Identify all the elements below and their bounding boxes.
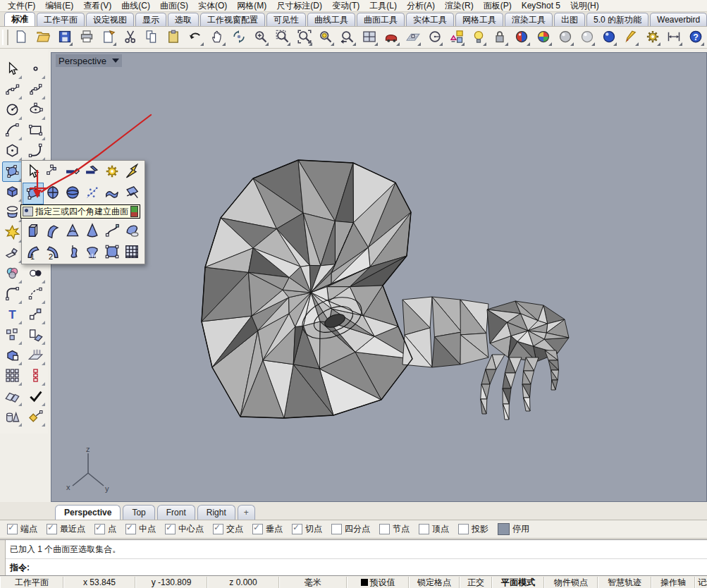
- menu-3[interactable]: 查看(V): [78, 0, 116, 11]
- rotate-view-button[interactable]: [230, 27, 249, 47]
- surface-corner-points-button[interactable]: [2, 161, 23, 182]
- circle-center-button[interactable]: [425, 27, 444, 47]
- named-views-button[interactable]: [382, 27, 401, 47]
- export-selected-button[interactable]: [99, 27, 118, 47]
- viewport-perspective[interactable]: Perspective z x y: [51, 52, 707, 502]
- ghosted-viewport-button[interactable]: [578, 27, 597, 47]
- grips-button[interactable]: [43, 162, 63, 183]
- render-preview-button[interactable]: [534, 27, 553, 47]
- blend-corner-button[interactable]: [25, 141, 46, 161]
- flash-button[interactable]: [122, 162, 142, 183]
- orient-on-surface-button[interactable]: [25, 407, 46, 427]
- text-button[interactable]: T: [2, 305, 23, 325]
- menu-4[interactable]: 曲线(C): [116, 0, 155, 11]
- shaded-viewport-button[interactable]: [556, 27, 575, 47]
- arc-dashed-button[interactable]: [25, 284, 46, 305]
- plane-through-points-button[interactable]: [102, 243, 122, 263]
- menu-1[interactable]: 文件(F): [3, 0, 40, 11]
- toolbar-tab-8[interactable]: 曲线工具: [307, 13, 355, 26]
- rectangle-button[interactable]: [25, 121, 46, 141]
- menu-15[interactable]: 说明(H): [565, 0, 604, 11]
- toolbar-tab-15[interactable]: Weaverbird: [650, 13, 707, 26]
- extrude-straight-button[interactable]: [23, 221, 43, 242]
- pointer-button[interactable]: [2, 59, 23, 80]
- fillet-curve-button[interactable]: [2, 284, 23, 305]
- explode-star-button[interactable]: [2, 223, 23, 243]
- array-linked-button[interactable]: [25, 366, 46, 386]
- copy-to-plane-button[interactable]: [25, 325, 46, 345]
- drape-holes-button[interactable]: [25, 345, 46, 366]
- viewport-tab-front[interactable]: Front: [157, 505, 195, 520]
- status-8[interactable]: 正交: [460, 577, 492, 588]
- toolbar-tab-3[interactable]: 设定视图: [86, 13, 134, 26]
- menu-8[interactable]: 尺寸标注(D): [271, 0, 327, 11]
- surface-revolve-button[interactable]: [2, 202, 23, 223]
- control-point-curve-button[interactable]: [2, 80, 23, 100]
- layer-manager-button[interactable]: [447, 27, 466, 47]
- menu-11[interactable]: 分析(A): [402, 0, 440, 11]
- status-10[interactable]: 物件锁点: [544, 577, 598, 588]
- new-file-button[interactable]: [12, 27, 31, 47]
- menu-9[interactable]: 变动(T): [327, 0, 364, 11]
- boolean-box-button[interactable]: [2, 345, 23, 366]
- status-11[interactable]: 智慧轨迹: [598, 577, 651, 588]
- four-viewports-button[interactable]: [360, 27, 379, 47]
- point-button[interactable]: [25, 59, 46, 80]
- render-button[interactable]: [512, 27, 531, 47]
- menu-13[interactable]: 面板(P): [479, 0, 517, 11]
- help-button[interactable]: ?: [687, 27, 706, 47]
- menu-12[interactable]: 渲染(R): [440, 0, 479, 11]
- command-gutter[interactable]: [0, 540, 6, 575]
- ellipse-button[interactable]: [25, 100, 46, 121]
- toolbar-tab-12[interactable]: 渲染工具: [505, 13, 553, 26]
- toolbar-tab-13[interactable]: 出图: [554, 13, 585, 26]
- planes-button[interactable]: [2, 386, 23, 407]
- osnap-checkbox-7[interactable]: [252, 524, 263, 534]
- menu-5[interactable]: 曲面(S): [155, 0, 193, 11]
- copy-button[interactable]: [142, 27, 161, 47]
- blocks-button[interactable]: [2, 325, 23, 345]
- surface-corner-points-button[interactable]: [23, 183, 43, 204]
- menu-10[interactable]: 工具(L): [364, 0, 402, 11]
- rail-revolve-button[interactable]: [82, 243, 102, 263]
- drape-button[interactable]: [122, 221, 142, 242]
- osnap-checkbox-12[interactable]: [458, 524, 469, 534]
- osnap-checkbox-6[interactable]: [213, 524, 223, 534]
- array-grid-button[interactable]: [2, 366, 23, 386]
- dimension-button[interactable]: [665, 27, 684, 47]
- zoom-window-button[interactable]: [273, 27, 292, 47]
- open-file-button[interactable]: [34, 27, 53, 47]
- viewport-tab-top[interactable]: Top: [123, 505, 154, 520]
- toolbar-tab-11[interactable]: 网格工具: [455, 13, 503, 26]
- status-1[interactable]: 工作平面: [0, 577, 63, 588]
- cut-button[interactable]: [121, 27, 140, 47]
- gear-sparkle-button[interactable]: [102, 162, 122, 183]
- toolbar-tab-1[interactable]: 标准: [4, 12, 35, 26]
- print-button[interactable]: [77, 27, 96, 47]
- osnap-checkbox-2[interactable]: [47, 524, 57, 534]
- loft-button[interactable]: [63, 221, 82, 242]
- trim-button[interactable]: [2, 243, 23, 264]
- toolbar-tab-14[interactable]: 5.0 的新功能: [586, 13, 648, 26]
- menu-7[interactable]: 网格(M): [232, 0, 271, 11]
- status-13[interactable]: 记录建构历史: [695, 577, 707, 588]
- osnap-disable-swatch[interactable]: [498, 523, 510, 535]
- check-button[interactable]: [25, 386, 46, 407]
- surface-point-grid-button[interactable]: [82, 183, 102, 204]
- circles-toggle-button[interactable]: [25, 264, 46, 284]
- status-6[interactable]: 预设值: [347, 577, 409, 588]
- surface-edge-curves-button[interactable]: [122, 183, 142, 204]
- viewport-title-menu[interactable]: Perspective: [56, 54, 122, 67]
- extrude-to-point-button[interactable]: [82, 221, 102, 242]
- zoom-dynamic-button[interactable]: [251, 27, 270, 47]
- viewport-tab-right[interactable]: Right: [197, 505, 235, 520]
- sphere-button[interactable]: [63, 183, 82, 204]
- viewport-tab-add[interactable]: +: [238, 505, 255, 520]
- heightfield-button[interactable]: [122, 243, 142, 263]
- status-5[interactable]: 毫米: [279, 577, 347, 588]
- osnap-checkbox-11[interactable]: [419, 524, 429, 534]
- flat-shade-button[interactable]: [621, 27, 640, 47]
- toolbar-tab-4[interactable]: 显示: [135, 13, 166, 26]
- object-visibility-button[interactable]: [469, 27, 488, 47]
- primitives-button[interactable]: [2, 407, 23, 427]
